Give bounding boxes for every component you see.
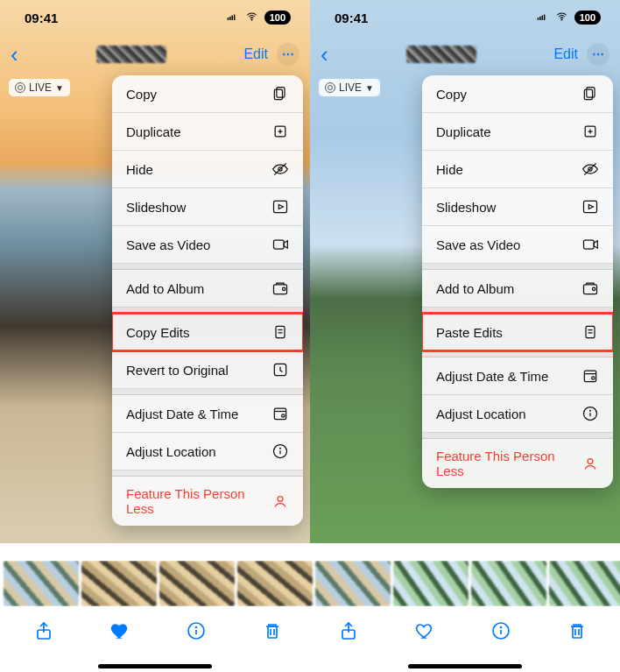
menu-separator xyxy=(112,308,303,314)
menu-feature-less[interactable]: Feature This Person Less xyxy=(422,439,613,488)
nav-bar: ‹ Edit ⋯ xyxy=(310,35,620,74)
menu-separator xyxy=(422,264,613,270)
share-button[interactable] xyxy=(335,618,362,644)
menu-save-video[interactable]: Save as Video xyxy=(112,226,303,264)
status-bar: 09:41 100 xyxy=(310,0,620,35)
menu-label: Add to Album xyxy=(436,281,514,296)
live-photo-badge[interactable]: LIVE ▼ xyxy=(319,79,380,96)
menu-slideshow[interactable]: Slideshow xyxy=(422,188,613,226)
menu-label: Slideshow xyxy=(436,200,496,215)
calendar-icon xyxy=(581,367,599,385)
menu-slideshow[interactable]: Slideshow xyxy=(112,188,303,226)
menu-label: Adjust Location xyxy=(436,407,526,421)
home-indicator xyxy=(98,664,212,668)
revert-icon xyxy=(271,361,289,378)
thumbnail-strip[interactable] xyxy=(0,561,620,606)
paste-edits-icon xyxy=(581,323,599,341)
nav-bar: ‹ Edit ⋯ xyxy=(0,35,310,74)
more-button[interactable]: ⋯ xyxy=(277,43,299,66)
action-bar xyxy=(0,612,620,650)
menu-paste-edits[interactable]: Paste Edits xyxy=(422,314,613,351)
menu-adjust-location[interactable]: Adjust Location xyxy=(422,395,613,433)
duplicate-icon xyxy=(271,123,289,140)
menu-label: Save as Video xyxy=(436,237,520,252)
thumbnail[interactable] xyxy=(237,561,313,606)
thumbnail[interactable] xyxy=(393,561,469,606)
menu-revert[interactable]: Revert to Original xyxy=(112,351,303,389)
context-menu: Copy Duplicate Hide Slideshow Save as Vi… xyxy=(112,75,303,526)
nav-title-redacted xyxy=(406,46,476,63)
duplicate-icon xyxy=(581,123,599,140)
nav-title-redacted xyxy=(96,46,166,63)
chevron-down-icon: ▼ xyxy=(365,83,374,93)
menu-separator xyxy=(112,264,303,270)
hide-icon xyxy=(581,160,599,178)
thumbnail[interactable] xyxy=(4,561,79,606)
slideshow-icon xyxy=(581,198,599,216)
menu-adjust-datetime[interactable]: Adjust Date & Time xyxy=(112,395,303,433)
menu-label: Hide xyxy=(126,162,153,177)
more-button[interactable]: ⋯ xyxy=(587,43,609,66)
menu-hide[interactable]: Hide xyxy=(112,151,303,188)
menu-copy-edits[interactable]: Copy Edits xyxy=(112,314,303,351)
menu-hide[interactable]: Hide xyxy=(422,151,613,188)
menu-duplicate[interactable]: Duplicate xyxy=(422,113,613,151)
edit-button[interactable]: Edit xyxy=(243,46,268,62)
menu-label: Feature This Person Less xyxy=(126,486,271,516)
menu-add-album[interactable]: Add to Album xyxy=(422,270,613,308)
live-photo-badge[interactable]: LIVE ▼ xyxy=(9,79,70,96)
thumbnail[interactable] xyxy=(81,561,157,606)
menu-label: Duplicate xyxy=(436,124,491,139)
menu-adjust-datetime[interactable]: Adjust Date & Time xyxy=(422,357,613,395)
copy-icon xyxy=(581,85,599,103)
info-button[interactable] xyxy=(183,618,209,644)
menu-separator xyxy=(112,389,303,395)
menu-separator xyxy=(422,433,613,439)
menu-adjust-location[interactable]: Adjust Location xyxy=(112,433,303,470)
thumbnail[interactable] xyxy=(471,561,546,606)
album-icon xyxy=(581,279,599,297)
menu-copy[interactable]: Copy xyxy=(422,75,613,113)
menu-feature-less[interactable]: Feature This Person Less xyxy=(112,477,303,526)
menu-copy[interactable]: Copy xyxy=(112,75,303,113)
menu-label: Copy Edits xyxy=(126,325,190,340)
album-icon xyxy=(271,279,289,297)
copy-edits-icon xyxy=(271,323,289,341)
left-screenshot: 09:41 100 ‹ Edit ⋯ LIVE ▼ Copy xyxy=(0,0,310,543)
menu-save-video[interactable]: Save as Video xyxy=(422,226,613,264)
share-button[interactable] xyxy=(31,618,57,644)
thumbnail[interactable] xyxy=(549,561,620,606)
favorite-button[interactable] xyxy=(412,618,438,644)
battery-indicator: 100 xyxy=(264,11,291,25)
status-time: 09:41 xyxy=(335,11,368,25)
menu-add-album[interactable]: Add to Album xyxy=(112,270,303,308)
chevron-down-icon: ▼ xyxy=(55,83,64,93)
cellular-icon xyxy=(224,11,239,25)
delete-button[interactable] xyxy=(259,618,285,644)
delete-button[interactable] xyxy=(564,618,590,644)
menu-duplicate[interactable]: Duplicate xyxy=(112,113,303,151)
favorite-button[interactable] xyxy=(107,618,133,644)
menu-label: Slideshow xyxy=(126,200,186,215)
menu-label: Revert to Original xyxy=(126,363,229,378)
menu-label: Save as Video xyxy=(126,237,210,252)
thumbnail[interactable] xyxy=(159,561,235,606)
menu-label: Paste Edits xyxy=(436,325,503,340)
menu-label: Hide xyxy=(436,162,463,177)
menu-label: Feature This Person Less xyxy=(436,449,581,478)
cellular-icon xyxy=(534,11,549,25)
video-icon xyxy=(581,236,599,253)
menu-label: Adjust Date & Time xyxy=(126,407,238,421)
info-button[interactable] xyxy=(488,618,514,644)
home-indicator xyxy=(408,664,522,668)
menu-label: Duplicate xyxy=(126,124,181,139)
person-less-icon xyxy=(581,455,599,472)
live-icon xyxy=(325,82,335,93)
thumbnail[interactable] xyxy=(315,561,391,606)
back-button[interactable]: ‹ xyxy=(321,43,328,66)
live-label: LIVE xyxy=(339,81,362,94)
hide-icon xyxy=(271,160,289,178)
edit-button[interactable]: Edit xyxy=(553,46,578,62)
back-button[interactable]: ‹ xyxy=(11,43,18,66)
info-icon xyxy=(581,405,599,422)
